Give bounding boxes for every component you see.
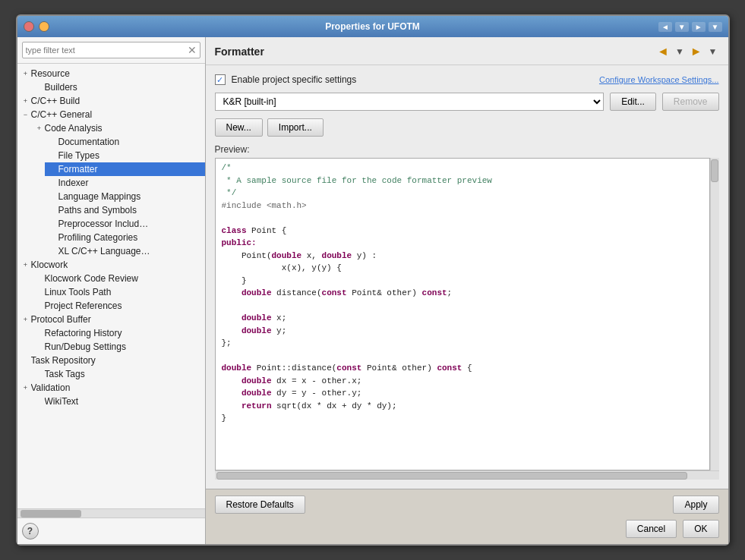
nav-forward-dropdown-icon[interactable]: ▼: [709, 22, 722, 32]
sidebar-item-protocol-buffer[interactable]: + Protocol Buffer: [17, 313, 205, 326]
expander-icon: [48, 205, 58, 216]
dialog-footer: Restore Defaults Apply: [206, 489, 728, 520]
sidebar-item-wikitext[interactable]: WikiText: [31, 395, 205, 408]
sidebar-item-label: Documentation: [58, 137, 120, 147]
remove-button[interactable]: Remove: [662, 93, 719, 111]
panel-title: Formatter: [215, 46, 264, 58]
sidebar-item-run-debug[interactable]: Run/Debug Settings: [31, 340, 205, 354]
sidebar-item-cpp-build[interactable]: + C/C++ Build: [17, 94, 205, 108]
search-clear-icon[interactable]: ✕: [188, 44, 197, 56]
sidebar-item-label: Paths and Symbols: [58, 205, 137, 216]
sidebar-item-label: Klocwork Code Review: [45, 273, 138, 284]
code-line: * A sample source file for the code form…: [222, 175, 703, 187]
enable-label: Enable project specific settings: [232, 74, 357, 85]
help-button[interactable]: ?: [22, 523, 39, 540]
code-line: double Point::distance(const Point& othe…: [222, 362, 703, 375]
nav-back-button[interactable]: ◄: [655, 43, 671, 60]
apply-button[interactable]: Apply: [673, 496, 718, 514]
h-scroll-thumb[interactable]: [216, 472, 687, 480]
configure-workspace-link[interactable]: Configure Workspace Settings...: [599, 75, 719, 84]
new-button[interactable]: New...: [215, 118, 263, 137]
enable-row: ✓ Enable project specific settings Confi…: [215, 74, 719, 85]
close-button[interactable]: [24, 21, 34, 32]
sidebar-item-label: Preprocessor Includ…: [58, 219, 149, 229]
sidebar-item-builders[interactable]: Builders: [31, 80, 205, 94]
sidebar-item-formatter[interactable]: Formatter: [45, 162, 205, 176]
sidebar-item-klocwork-review[interactable]: Klocwork Code Review: [31, 272, 205, 285]
code-line: class Point {: [222, 225, 703, 238]
preview-wrapper: /* * A sample source file for the code f…: [215, 158, 719, 470]
sidebar-item-label: Language Mappings: [58, 191, 141, 202]
nav-forward-dropdown-button[interactable]: ▼: [707, 45, 719, 58]
v-scroll-thumb[interactable]: [711, 159, 718, 182]
titlebar-controls: ◄ ▼ ► ▼: [658, 22, 722, 32]
expander-icon: +: [21, 314, 31, 325]
sidebar-item-label: Run/Debug Settings: [45, 341, 126, 352]
sidebar-item-indexer[interactable]: Indexer: [45, 176, 205, 190]
sidebar-item-code-analysis[interactable]: + Code Analysis: [31, 121, 205, 135]
vertical-scrollbar[interactable]: [710, 158, 719, 470]
sidebar-item-label: Resource: [31, 68, 70, 79]
nav-back-icon[interactable]: ◄: [658, 22, 672, 32]
sidebar-item-file-types[interactable]: File Types: [45, 149, 205, 162]
sidebar-item-project-refs[interactable]: Project References: [31, 299, 205, 313]
expander-icon: [34, 369, 45, 379]
nav-dropdown-icon[interactable]: ▼: [675, 22, 689, 32]
nav-forward-button[interactable]: ►: [689, 43, 704, 60]
sidebar-item-validation[interactable]: + Validation: [17, 381, 205, 395]
sidebar-item-label: Refactoring History: [45, 328, 122, 338]
sidebar: ✕ + Resource Builders + C/C++ Build: [17, 37, 206, 544]
sidebar-item-paths-symbols[interactable]: Paths and Symbols: [45, 203, 205, 217]
sidebar-item-label: File Types: [58, 150, 99, 161]
sidebar-item-label: WikiText: [45, 396, 79, 407]
sidebar-item-refactoring[interactable]: Refactoring History: [31, 326, 205, 340]
sidebar-item-resource[interactable]: + Resource: [17, 67, 205, 80]
minimize-button[interactable]: [39, 21, 49, 32]
nav-back-dropdown-button[interactable]: ▼: [674, 45, 686, 58]
code-line: }: [222, 412, 703, 425]
expander-icon: [48, 219, 58, 229]
restore-defaults-button[interactable]: Restore Defaults: [215, 496, 305, 514]
ok-button[interactable]: OK: [683, 520, 718, 538]
sidebar-item-label: Indexer: [58, 178, 89, 188]
expander-icon: [21, 355, 31, 366]
expander-icon: [34, 82, 45, 93]
import-button[interactable]: Import...: [267, 118, 324, 137]
sidebar-item-label: Task Tags: [45, 369, 85, 379]
sidebar-item-task-repo[interactable]: Task Repository: [17, 354, 205, 367]
sidebar-item-profiling[interactable]: Profiling Categories: [45, 231, 205, 244]
code-line: [222, 300, 703, 313]
sidebar-item-klocwork[interactable]: + Klocwork: [17, 258, 205, 272]
cancel-button[interactable]: Cancel: [626, 520, 677, 538]
edit-button[interactable]: Edit...: [610, 93, 656, 111]
sidebar-item-task-tags[interactable]: Task Tags: [31, 367, 205, 381]
code-line: double dy = y - other.y;: [222, 387, 703, 400]
sidebar-item-language-mappings[interactable]: Language Mappings: [45, 190, 205, 203]
code-line: public:: [222, 237, 703, 250]
sidebar-item-label: Project References: [45, 300, 122, 311]
code-line: #include <math.h>: [222, 200, 703, 212]
formatter-select[interactable]: K&R [built-in]: [215, 93, 605, 111]
sidebar-item-preprocessor[interactable]: Preprocessor Includ…: [45, 217, 205, 231]
horizontal-scrollbar[interactable]: [215, 470, 719, 480]
preview-code[interactable]: /* * A sample source file for the code f…: [215, 158, 710, 470]
formatter-row: K&R [built-in] Edit... Remove: [215, 93, 719, 111]
sidebar-scroll-thumb[interactable]: [21, 510, 81, 518]
sidebar-item-linux-tools[interactable]: Linux Tools Path: [31, 285, 205, 299]
expander-icon: [34, 287, 45, 297]
sidebar-item-cpp-general[interactable]: − C/C++ General: [17, 108, 205, 121]
sidebar-scrollbar[interactable]: [17, 508, 205, 518]
new-import-row: New... Import...: [215, 118, 719, 137]
nav-forward-icon[interactable]: ►: [692, 22, 706, 32]
code-line: double x;: [222, 312, 703, 325]
properties-window: Properties for UFOTM ◄ ▼ ► ▼ ✕ + Resourc…: [16, 14, 730, 546]
sidebar-item-label: Task Repository: [31, 355, 96, 366]
enable-checkbox[interactable]: ✓: [215, 74, 226, 85]
sidebar-item-xl-cpp[interactable]: XL C/C++ Language…: [45, 244, 205, 258]
sidebar-item-documentation[interactable]: Documentation: [45, 135, 205, 149]
search-wrapper[interactable]: ✕: [22, 42, 200, 58]
sidebar-item-label: C/C++ Build: [31, 96, 80, 106]
search-input[interactable]: [26, 46, 188, 55]
code-line: [222, 212, 703, 225]
titlebar: Properties for UFOTM ◄ ▼ ► ▼: [17, 16, 728, 37]
